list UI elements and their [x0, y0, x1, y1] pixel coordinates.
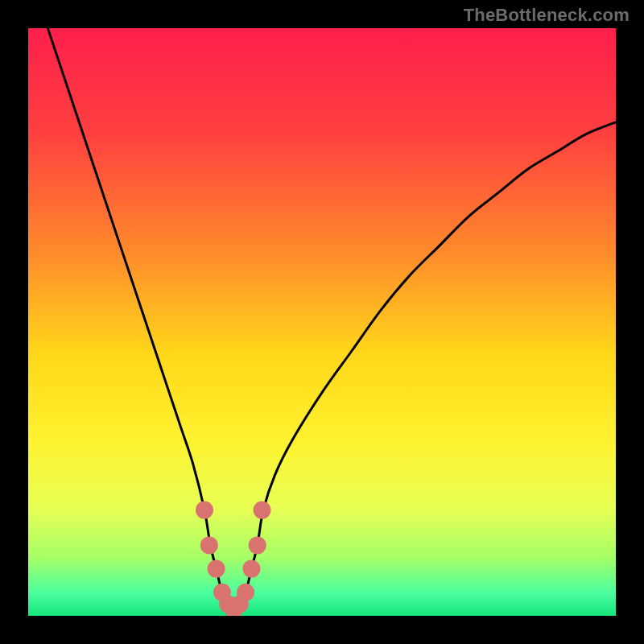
branding-watermark: TheBottleneck.com [464, 5, 630, 26]
chart-stage: TheBottleneck.com [0, 0, 644, 644]
curve-marker [249, 536, 266, 554]
bottleneck-curve [28, 28, 616, 610]
curve-layer [28, 28, 616, 616]
curve-marker [242, 560, 260, 578]
plot-area [28, 28, 616, 616]
curve-marker [237, 584, 254, 601]
curve-marker [196, 502, 213, 519]
curve-markers [196, 502, 271, 616]
curve-marker [200, 536, 218, 554]
curve-marker [254, 502, 271, 519]
curve-marker [208, 560, 225, 578]
